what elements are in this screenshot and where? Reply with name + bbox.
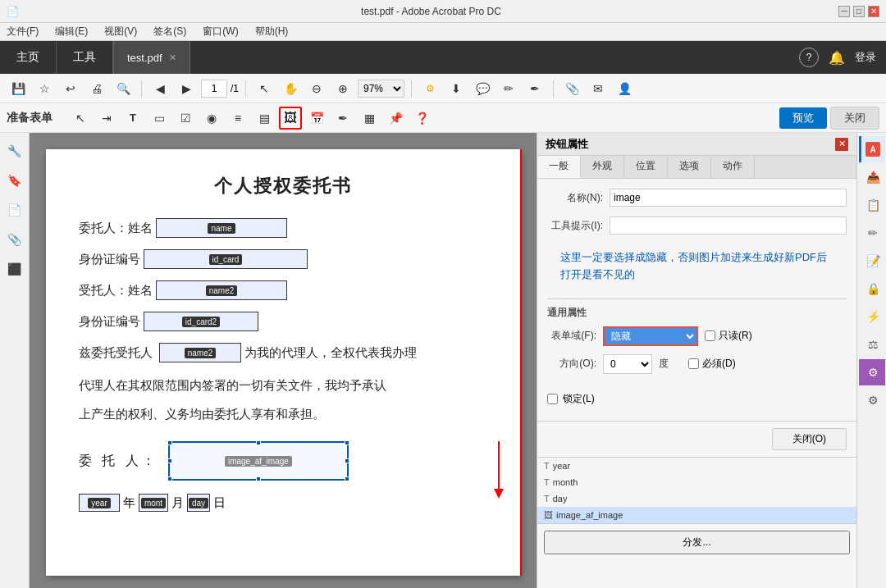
menu-view[interactable]: 视图(V) [101,25,140,39]
field-inline-name2[interactable]: name2 [159,343,241,362]
handle-br[interactable] [345,476,349,481]
rs-form-icon[interactable]: 📋 [859,192,885,218]
nav-tab-file[interactable]: test.pdf ✕ [113,41,190,74]
close-button[interactable]: ✕ [868,6,879,17]
name-input[interactable]: image [610,189,847,207]
sign-button[interactable]: ✒ [523,77,546,100]
close-tab-icon[interactable]: ✕ [169,52,176,63]
image-field[interactable]: image_af_image [168,441,349,481]
print-button[interactable]: 🖨 [85,77,108,100]
ft-image[interactable]: 🖼 [279,107,302,130]
ft-text[interactable]: T [121,107,144,130]
menu-window[interactable]: 窗口(W) [199,25,241,39]
year-field[interactable]: year [79,494,120,512]
ft-barcode[interactable]: ▦ [358,107,381,130]
ft-sign[interactable]: ✒ [331,107,354,130]
zoom-out-button[interactable]: ⊖ [305,77,328,100]
rs-optimize-icon[interactable]: ⚡ [859,303,885,330]
rs-export-icon[interactable]: 📤 [859,164,885,190]
rs-more-icon[interactable]: ⚙ [859,387,885,413]
attach-button[interactable]: 📎 [560,77,583,100]
form-tools-button[interactable]: ⚙ [418,77,441,100]
tab-actions[interactable]: 动作 [711,156,755,178]
field-list-item-day[interactable]: T day [537,490,856,507]
preview-button[interactable]: 预览 [779,107,827,129]
search-button[interactable]: 🔍 [112,77,135,100]
handle-bm[interactable] [256,476,261,481]
notifications-icon[interactable]: 🔔 [829,50,845,66]
minimize-button[interactable]: ─ [838,6,850,17]
field-list-item-image[interactable]: 🖼 image_af_image [537,507,856,523]
save-button[interactable]: 💾 [7,77,30,100]
mail-button[interactable]: ✉ [587,77,610,100]
tooltip-input[interactable] [610,217,847,235]
handle-tl[interactable] [167,440,172,445]
ft-tab[interactable]: ⇥ [95,107,118,130]
page-input[interactable]: 1 [201,80,227,98]
menu-edit[interactable]: 编辑(E) [52,25,91,39]
distribute-button[interactable]: 分发... [544,531,850,554]
zoom-selector[interactable]: 97% 50% 75% 100% 125% [358,80,404,98]
ls-tools[interactable]: 🔧 [3,139,26,162]
pen-button[interactable]: ✏ [497,77,520,100]
distribute-button[interactable]: ⬇ [445,77,468,100]
nav-tab-tools[interactable]: 工具 [57,41,113,74]
hand-tool[interactable]: ✋ [279,77,302,100]
ft-pin[interactable]: 📌 [384,107,407,130]
help-icon[interactable]: ? [799,48,819,67]
field-name[interactable]: name [156,218,287,238]
bookmark-button[interactable]: ☆ [33,77,56,100]
tab-general[interactable]: 一般 [537,156,581,178]
readonly-checkbox[interactable] [705,330,715,341]
orientation-select[interactable]: 0 90 180 270 [603,354,652,374]
form-field-select[interactable]: 隐藏 可见 可见但不可打印 隐藏但可打印 [603,326,698,346]
field-idcard2[interactable]: id_card2 [144,312,258,331]
share-button[interactable]: 👤 [613,77,636,100]
panel-close-button[interactable]: ✕ [835,138,848,151]
next-page-button[interactable]: ▶ [175,77,198,100]
field-name2[interactable]: name2 [156,280,287,300]
ls-clip[interactable]: 📎 [3,228,26,251]
back-button[interactable]: ↩ [59,77,82,100]
ls-layers[interactable]: ⬛ [3,258,26,280]
zoom-in-button[interactable]: ⊕ [331,77,354,100]
handle-ml[interactable] [167,458,172,463]
tab-position[interactable]: 位置 [624,156,668,178]
close-form-button[interactable]: 关闭 [830,107,879,130]
handle-tm[interactable] [256,440,261,445]
rs-acrobat-icon[interactable]: A [859,136,885,162]
field-idcard[interactable]: id_card [144,249,308,269]
month-field[interactable]: mont [139,494,168,512]
menu-help[interactable]: 帮助(H) [252,25,292,39]
lock-checkbox[interactable] [547,394,558,404]
ft-textbox[interactable]: ▭ [148,107,171,130]
ft-checkbox[interactable]: ☑ [174,107,197,130]
field-list-item-month[interactable]: T month [537,474,856,490]
tab-options[interactable]: 选项 [668,156,711,178]
rs-protect-icon[interactable]: 🔒 [859,276,885,302]
ls-pages[interactable]: 📄 [3,198,26,221]
zoom-select[interactable]: 97% 50% 75% 100% 125% [358,80,404,98]
comment-button[interactable]: 💬 [471,77,494,100]
pdf-area[interactable]: ‹ 个人授权委托书 委托人：姓名 name 身份证编号 id_card [30,133,537,588]
field-list-item-year[interactable]: T year [537,458,856,474]
ft-cursor[interactable]: ↖ [69,107,92,130]
ft-date[interactable]: 📅 [305,107,328,130]
ft-help2[interactable]: ❓ [410,107,433,130]
ft-combo[interactable]: ▤ [253,107,276,130]
maximize-button[interactable]: □ [853,6,865,17]
ft-list[interactable]: ≡ [226,107,249,130]
rs-compare-icon[interactable]: ⚖ [859,331,885,358]
handle-bl[interactable] [167,476,172,481]
rs-edit-icon[interactable]: ✏ [859,220,885,246]
menu-file[interactable]: 文件(F) [3,25,42,39]
rs-review-icon[interactable]: 📝 [859,248,885,274]
ls-bookmark[interactable]: 🔖 [3,169,26,192]
ft-radio[interactable]: ◉ [200,107,223,130]
day-field[interactable]: day [187,494,210,512]
nav-tab-home[interactable]: 主页 [0,41,57,74]
required-checkbox[interactable] [688,358,699,369]
handle-mr[interactable] [345,458,349,463]
rs-purple-action[interactable]: ⚙ [859,359,885,385]
prev-page-button[interactable]: ◀ [148,77,171,100]
